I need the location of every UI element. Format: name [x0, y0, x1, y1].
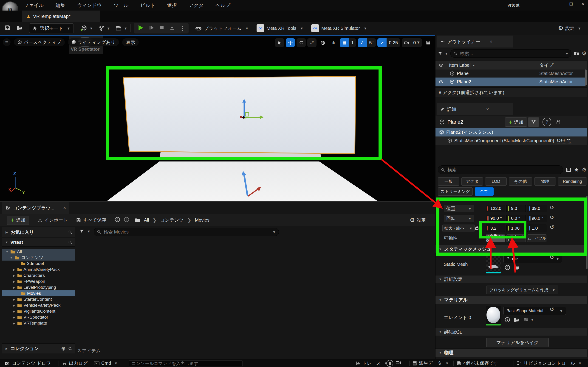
section-physics[interactable]: ▼物理 [435, 348, 587, 357]
tree-item-folder[interactable]: ▶VRTemplate [2, 320, 75, 326]
scale-snap-value[interactable]: 0.25 [387, 38, 400, 47]
perspective-dropdown[interactable]: パースペクティブ [14, 38, 65, 46]
rotate-tool-button[interactable] [296, 38, 306, 47]
stop-button[interactable] [157, 25, 166, 32]
tree-item-folder[interactable]: ▶VRSpectator [2, 314, 75, 320]
asset-search-input[interactable]: 検索 Movies ▼ [94, 228, 279, 236]
location-dropdown[interactable]: 位置▼ [444, 205, 474, 212]
search-icon[interactable] [68, 230, 73, 235]
project-header[interactable]: ▼ vrtest [2, 238, 75, 247]
maximize-button[interactable]: □ [570, 1, 573, 7]
select-mode-dropdown[interactable]: 選択モード ▼ [29, 23, 74, 33]
tree-item-folder-selected[interactable]: Movies [2, 290, 75, 296]
section-advanced2[interactable]: ▼詳細設定 [435, 328, 587, 336]
camera-speed-button[interactable] [402, 38, 411, 47]
grid-snap-button[interactable] [340, 38, 349, 47]
section-static-mesh[interactable]: ▼スタティックメッシュ [435, 245, 587, 253]
tree-item-folder[interactable]: 3dmodel [2, 261, 75, 267]
bake-materials-button[interactable]: マテリアルをベイク [486, 338, 549, 347]
import-button[interactable]: インポート [37, 217, 68, 223]
cpp-link[interactable]: C++ で [557, 137, 572, 144]
reset-location-button[interactable]: ↺ [550, 204, 554, 211]
filter-chip[interactable]: その他 [509, 177, 532, 186]
outliner-settings-icon[interactable]: ⚙ [582, 50, 587, 57]
section-advanced[interactable]: ▼詳細設定 [435, 275, 587, 283]
step-button[interactable] [147, 25, 156, 32]
screenshot-icon[interactable] [396, 360, 401, 367]
select-tool-button[interactable] [275, 38, 284, 47]
tree-item-content[interactable]: ▼コンテンツ [2, 255, 75, 261]
menu-select[interactable]: 選択 [167, 2, 177, 8]
lit-mode-dropdown[interactable]: ライティングあり [68, 38, 119, 46]
tree-item-all[interactable]: ▼All [2, 249, 75, 255]
add-content-button[interactable]: + 追加 [7, 216, 29, 225]
browse-to-asset-button[interactable] [514, 265, 519, 272]
use-selected-asset-button[interactable] [504, 265, 510, 272]
scale-lock-open-icon[interactable] [474, 225, 480, 231]
new-folder-icon[interactable] [574, 51, 579, 56]
reset-static-mesh-button[interactable]: ↺ [550, 254, 554, 261]
eye-icon[interactable] [439, 63, 443, 68]
filter-dropdown[interactable]: ▼ [79, 229, 90, 234]
level-tab[interactable]: ▲ VRTemplateMap* [22, 10, 100, 22]
outliner-row-plane[interactable]: Plane StaticMeshActor [435, 69, 585, 77]
save-all-button[interactable]: すべて保存 [76, 217, 106, 223]
cmd-dropdown[interactable]: >_Cmd▼ [94, 361, 118, 366]
outliner-search-input[interactable]: 検索... ▼ [450, 49, 572, 58]
close-icon[interactable]: ✕ [489, 40, 493, 44]
column-type[interactable]: タイプ [539, 62, 553, 68]
favorites-header[interactable]: ▶ お気に入り [2, 227, 75, 237]
close-icon[interactable]: ✕ [486, 107, 489, 111]
reset-rotation-button[interactable]: ↺ [550, 214, 554, 221]
tree-item-folder[interactable]: ▶AnimalVarietyPack [2, 267, 75, 273]
rotation-x-field[interactable]: 90.0 ° [486, 215, 505, 222]
play-options-button[interactable]: ⋮ [178, 25, 187, 32]
location-y-field[interactable]: 9.0 [506, 205, 526, 212]
menu-edit[interactable]: 編集 [56, 2, 65, 8]
mobility-stationary-button[interactable]: ステイショナリ [506, 234, 526, 242]
history-forward-button[interactable] [124, 217, 130, 224]
menu-tools[interactable]: ツール [114, 2, 128, 8]
meta-xr-simulator-dropdown[interactable]: ∞ Meta XR Simulator▼ [311, 24, 367, 32]
viewport[interactable]: VR Spectator [0, 35, 435, 202]
history-back-button[interactable] [114, 217, 120, 224]
content-drawer-button[interactable]: コンテンツ ドロワー [5, 360, 55, 366]
filter-chip[interactable]: 物理 [534, 177, 556, 186]
blueprint-edit-button[interactable] [528, 117, 539, 127]
platforms-dropdown[interactable]: プラットフォーム▼ [195, 25, 249, 31]
details-scrollbar[interactable] [586, 196, 588, 269]
tree-item-folder[interactable]: ▶StarterContent [2, 296, 75, 302]
display-mode-icon[interactable] [566, 167, 571, 173]
add-collection-button[interactable]: ⊕ [61, 345, 66, 352]
unsaved-button[interactable]: 4個が未保存です [457, 360, 498, 366]
component-row-instance-selected[interactable]: Plane2 (インスタンス) [435, 128, 587, 136]
search-icon[interactable] [68, 240, 73, 245]
derived-data-dropdown[interactable]: 派生データ▼ [412, 360, 449, 366]
details-search-input[interactable]: 検索 [438, 165, 563, 174]
scale-x-field[interactable]: 3.2 [486, 225, 505, 232]
close-button[interactable]: × [581, 1, 584, 7]
filter-chip-selected[interactable]: 全て [475, 187, 493, 196]
insights-pause-icon[interactable]: ▐▌ [386, 360, 393, 367]
add-actor-button[interactable]: ▼ [80, 25, 93, 32]
tree-item-folder[interactable]: ▶VehicleVarietyPack [2, 302, 75, 308]
menu-window[interactable]: ウィンドウ [77, 2, 102, 8]
show-dropdown[interactable]: 表示 [122, 38, 139, 46]
filter-chip[interactable]: ストリーミング [438, 187, 473, 196]
maximize-viewport-button[interactable] [424, 38, 433, 47]
reset-material-button[interactable]: ↺ [550, 306, 554, 313]
tree-item-folder[interactable]: ▶LevelPrototyping [2, 284, 75, 290]
filter-chip[interactable]: LOD [485, 177, 507, 186]
output-log-button[interactable]: 出力ログ [62, 360, 87, 366]
rotation-z-field[interactable]: 90.0 ° [527, 215, 546, 222]
filter-chip[interactable]: アクタ [461, 177, 483, 186]
favorites-star-icon[interactable]: ★ [574, 167, 579, 173]
use-selected-asset-button[interactable] [504, 317, 510, 324]
scale-y-field[interactable]: 1.08 [506, 225, 526, 232]
outliner-row-plane2-selected[interactable]: Plane2 StaticMeshActor [435, 77, 585, 86]
browse-content-button[interactable] [17, 25, 23, 32]
mobility-static-button[interactable]: スタティック [486, 234, 505, 242]
eject-button[interactable] [167, 25, 177, 32]
menu-actor[interactable]: アクタ [189, 2, 204, 8]
material-combobox[interactable]: BasicShapeMaterial▼ [503, 307, 566, 315]
